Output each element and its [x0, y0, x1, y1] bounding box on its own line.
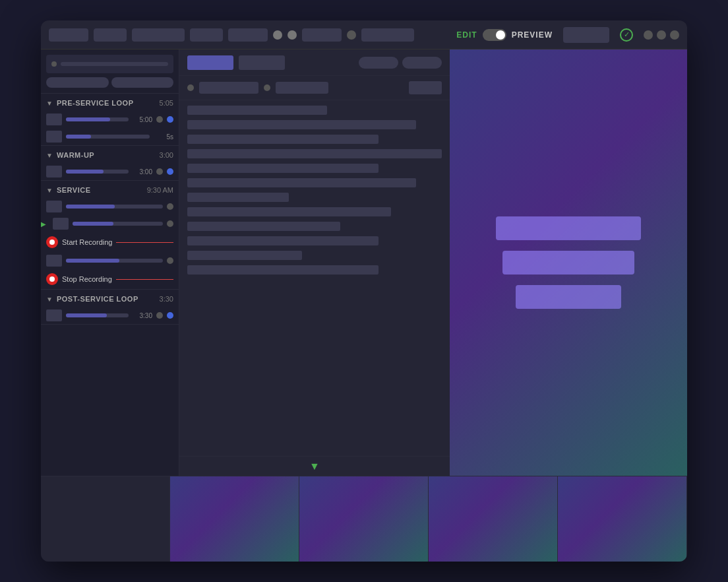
stop-recording-icon — [46, 273, 58, 285]
center-filters — [179, 76, 450, 100]
post-service-arrow: ▼ — [46, 296, 53, 303]
post-service-dot-1 — [156, 312, 163, 319]
filter-pill-2[interactable] — [111, 77, 174, 88]
edit-label: EDIT — [456, 30, 477, 40]
post-service-section: ▼ POST-SERVICE LOOP 3:30 3:30 — [41, 290, 179, 325]
stop-recording-line — [116, 279, 173, 280]
title-segment-3 — [132, 28, 185, 42]
scroll-down-indicator[interactable]: ▼ — [179, 456, 450, 476]
bottom-thumbnails — [41, 476, 687, 562]
window-controls — [644, 30, 679, 40]
close-button[interactable] — [670, 30, 679, 40]
stop-recording-item[interactable]: Stop Recording — [41, 269, 179, 289]
thumbnail-2[interactable] — [170, 476, 299, 562]
pre-service-time: 5:05 — [160, 99, 173, 107]
post-service-progress-1 — [66, 313, 129, 317]
main-content: ▼ PRE-SERVICE LOOP 5:05 5:00 — [41, 49, 687, 476]
service-header[interactable]: ▼ SERVICE 9:30 AM — [41, 181, 179, 198]
filter-bar-2[interactable] — [276, 82, 328, 94]
post-service-duration-1: 3:30 — [133, 312, 152, 319]
maximize-button[interactable] — [657, 30, 666, 40]
app-window: EDIT PREVIEW ✓ — [41, 20, 687, 562]
stop-recording-label: Stop Recording — [62, 275, 112, 283]
pre-service-loop-header[interactable]: ▼ PRE-SERVICE LOOP 5:05 — [41, 94, 179, 111]
service-item-2-wrapper: ▶ — [41, 215, 179, 232]
list-row — [187, 149, 442, 158]
service-title: SERVICE — [57, 186, 143, 194]
service-dot-1 — [167, 203, 173, 210]
list-row — [187, 222, 340, 231]
item-thumb-2 — [46, 131, 62, 143]
filter-dot-1 — [187, 84, 194, 91]
center-tab-2[interactable] — [239, 55, 285, 70]
center-tab-1[interactable] — [187, 55, 233, 70]
warmup-progress-1 — [66, 170, 129, 174]
post-service-item-1[interactable]: 3:30 — [41, 307, 179, 324]
pre-service-item-1[interactable]: 5:00 — [41, 111, 179, 128]
sidebar: ▼ PRE-SERVICE LOOP 5:05 5:00 — [41, 49, 179, 476]
service-item-3[interactable] — [41, 252, 179, 269]
center-panel: ▼ — [179, 49, 450, 476]
item-duration-1: 5:00 — [133, 116, 152, 123]
list-row — [187, 265, 379, 275]
toggle-switch[interactable] — [483, 29, 506, 41]
action-pill-2[interactable] — [402, 57, 442, 69]
post-service-thumb-1 — [46, 309, 62, 321]
pre-service-loop-section: ▼ PRE-SERVICE LOOP 5:05 5:00 — [41, 94, 179, 146]
post-service-header[interactable]: ▼ POST-SERVICE LOOP 3:30 — [41, 290, 179, 307]
title-dot-3 — [347, 30, 356, 40]
list-row — [187, 164, 379, 173]
warmup-title: WARM-UP — [57, 151, 156, 159]
post-service-title: POST-SERVICE LOOP — [57, 295, 156, 303]
item-thumb-1 — [46, 113, 62, 125]
search-fill — [61, 62, 168, 66]
service-dot-3 — [167, 257, 173, 264]
post-service-time: 3:30 — [160, 295, 173, 303]
center-list — [179, 100, 450, 456]
down-arrow-icon: ▼ — [309, 461, 320, 472]
service-section: ▼ SERVICE 9:30 AM ▶ — [41, 181, 179, 290]
warmup-arrow: ▼ — [46, 152, 53, 159]
sidebar-search-area — [41, 49, 179, 94]
warmup-duration-1: 3:00 — [133, 168, 152, 176]
check-icon: ✓ — [620, 28, 633, 42]
title-dot-2 — [288, 30, 297, 40]
post-service-dot-2 — [167, 312, 173, 319]
thumbnail-4[interactable] — [429, 476, 558, 562]
current-item-indicator: ▶ — [41, 220, 46, 228]
service-item-1[interactable] — [41, 198, 179, 215]
list-row — [187, 251, 302, 260]
warmup-item-1[interactable]: 3:00 — [41, 163, 179, 180]
title-segment-4 — [190, 28, 223, 42]
preview-bar-2 — [502, 251, 634, 275]
action-pill-1[interactable] — [359, 57, 398, 69]
title-segment-5 — [228, 28, 268, 42]
list-row — [187, 193, 289, 202]
warmup-header[interactable]: ▼ WARM-UP 3:00 — [41, 146, 179, 163]
list-row — [187, 207, 391, 216]
title-bar: EDIT PREVIEW ✓ — [41, 20, 687, 49]
item-progress-2 — [66, 135, 150, 139]
service-thumb-1 — [46, 201, 62, 212]
minimize-button[interactable] — [644, 30, 653, 40]
warmup-thumb-1 — [46, 166, 62, 178]
filter-bar-1[interactable] — [199, 82, 258, 94]
preview-button[interactable] — [563, 27, 609, 43]
search-icon — [51, 61, 57, 67]
start-recording-line — [116, 242, 173, 243]
filter-pill-1[interactable] — [46, 77, 109, 88]
service-thumb-3 — [46, 255, 62, 267]
pre-service-item-2[interactable]: 5s — [41, 128, 179, 145]
thumbnail-1[interactable] — [41, 476, 170, 562]
edit-preview-toggle[interactable]: EDIT PREVIEW — [456, 29, 553, 41]
start-recording-item[interactable]: Start Recording — [41, 232, 179, 252]
thumbnail-3[interactable] — [299, 476, 429, 562]
pre-service-arrow: ▼ — [46, 100, 53, 107]
preview-label: PREVIEW — [512, 30, 553, 40]
sidebar-search[interactable] — [46, 55, 173, 73]
center-filter-action[interactable] — [409, 81, 442, 94]
warmup-time: 3:00 — [160, 151, 173, 159]
thumbnail-5[interactable] — [558, 476, 687, 562]
service-time: 9:30 AM — [147, 186, 173, 194]
list-row — [187, 120, 416, 129]
